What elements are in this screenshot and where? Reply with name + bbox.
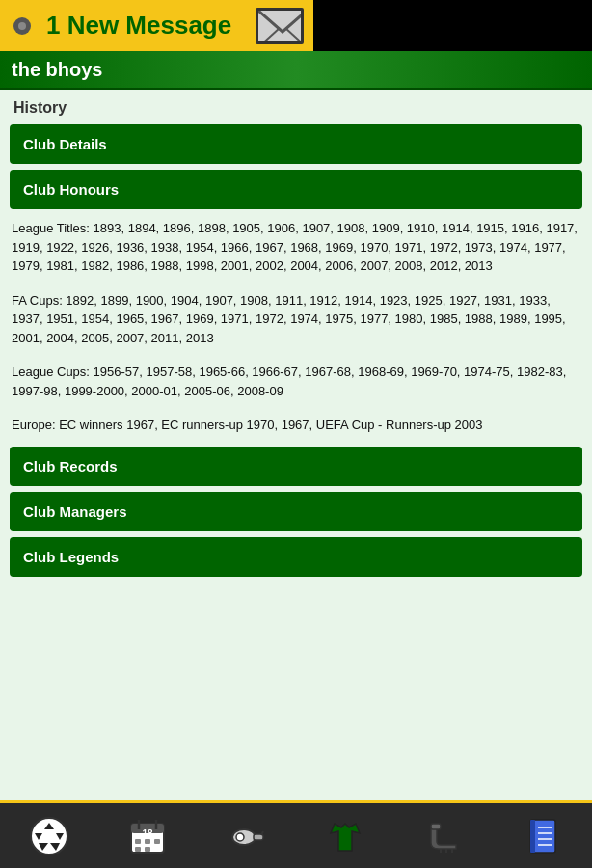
svg-rect-16 xyxy=(145,839,150,844)
boots-nav-item[interactable] xyxy=(410,807,477,865)
svg-rect-18 xyxy=(135,847,141,852)
svg-point-0 xyxy=(18,22,26,30)
svg-text:18: 18 xyxy=(143,828,154,839)
small-circle-icon xyxy=(13,17,31,35)
section-title: History xyxy=(10,99,582,117)
europe-text: Europe: EC winners 1967, EC runners-up 1… xyxy=(10,412,582,439)
svg-point-22 xyxy=(236,833,244,841)
club-managers-button[interactable]: Club Managers xyxy=(10,492,582,531)
svg-rect-25 xyxy=(431,824,441,829)
notification-bar[interactable]: 1 New Message xyxy=(0,0,313,51)
club-details-button[interactable]: Club Details xyxy=(10,124,582,164)
page-title: the bhoys xyxy=(12,59,102,81)
svg-rect-15 xyxy=(135,839,141,844)
calendar-nav-item[interactable]: 18 xyxy=(114,807,181,865)
notebook-nav-item[interactable] xyxy=(509,807,577,865)
main-content: History Club Details Club Honours League… xyxy=(0,90,592,839)
football-nav-item[interactable] xyxy=(15,807,83,865)
svg-marker-24 xyxy=(331,824,360,851)
fa-cups-text: FA Cups: 1892, 1899, 1900, 1904, 1907, 1… xyxy=(10,287,582,352)
svg-rect-19 xyxy=(145,847,150,852)
envelope-icon xyxy=(256,8,304,44)
notification-text: 1 New Message xyxy=(46,11,231,41)
bottom-navigation: 18 xyxy=(0,800,592,868)
page-header: the bhoys xyxy=(0,51,592,90)
club-legends-button[interactable]: Club Legends xyxy=(10,537,582,577)
club-records-button[interactable]: Club Records xyxy=(10,447,582,486)
svg-rect-17 xyxy=(154,839,160,844)
shirt-nav-item[interactable] xyxy=(311,807,379,865)
league-titles-text: League Titles: 1893, 1894, 1896, 1898, 1… xyxy=(10,215,582,280)
svg-rect-30 xyxy=(530,820,535,853)
whistle-nav-item[interactable] xyxy=(213,807,281,865)
club-honours-button[interactable]: Club Honours xyxy=(10,170,582,209)
league-cups-text: League Cups: 1956-57, 1957-58, 1965-66, … xyxy=(10,359,582,404)
